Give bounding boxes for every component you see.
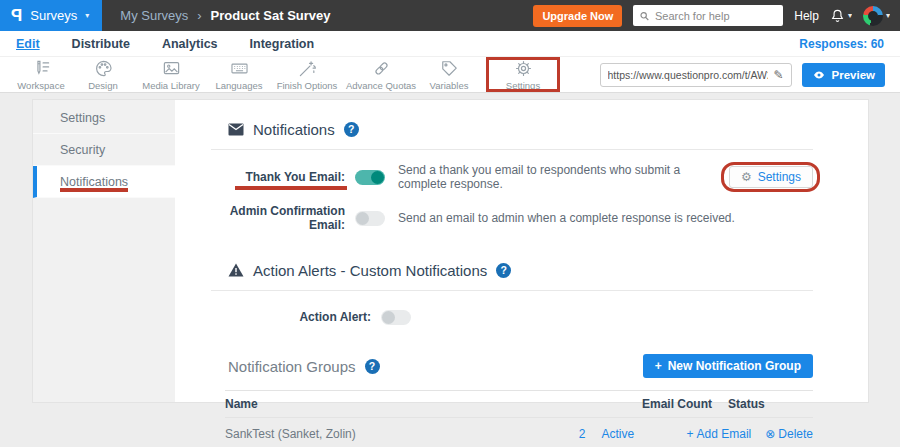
table-row: SankTest (Sanket, Zolin) 2 Active +Add E… [225, 418, 813, 447]
admin-confirmation-toggle[interactable] [355, 211, 385, 226]
edit-url-pencil-icon[interactable]: ✎ [773, 68, 783, 82]
thank-you-email-toggle[interactable] [355, 170, 385, 185]
eye-icon [812, 69, 826, 81]
admin-confirmation-row: Admin Confirmation Email: Send an email … [211, 204, 813, 232]
settings-sidebar: Settings Security Notifications [33, 100, 175, 402]
tab-distribute[interactable]: Distribute [72, 37, 130, 51]
workspace-icon [32, 59, 51, 78]
search-input[interactable] [655, 10, 777, 22]
main-nav: Edit Distribute Analytics Integration Re… [0, 31, 900, 56]
thank-you-settings-wrap: ⚙ Settings [729, 166, 813, 188]
toolbar-right: ✎ Preview [600, 63, 900, 87]
divider [211, 290, 813, 291]
annotation-underline-notifications [60, 188, 128, 192]
preview-button[interactable]: Preview [802, 63, 885, 87]
col-header-name: Name [225, 397, 622, 411]
action-alerts-section-header: Action Alerts - Custom Notifications ? [228, 259, 813, 281]
toolbar-item-media-library[interactable]: Media Library [134, 57, 208, 92]
toolbar-item-variables[interactable]: Variables [418, 57, 480, 92]
email-count-link[interactable]: 2 [496, 427, 586, 441]
topbar-right: Upgrade Now Help ▾ ▾ [533, 5, 900, 27]
annotation-underline-thank-you [235, 186, 347, 190]
tab-edit[interactable]: Edit [16, 37, 40, 51]
section-title: Action Alerts - Custom Notifications [253, 262, 487, 279]
status-link[interactable]: Active [602, 427, 687, 441]
help-link[interactable]: Help [794, 9, 819, 23]
table-header-row: Name Email Count Status [225, 390, 813, 418]
edit-toolbar: Workspace Design Media Library Languages… [0, 56, 900, 93]
action-alert-toggle[interactable] [381, 310, 411, 325]
toolbar-item-settings[interactable]: Settings [492, 57, 554, 92]
upgrade-now-button[interactable]: Upgrade Now [533, 5, 622, 27]
breadcrumb: My Surveys › Product Sat Survey [120, 8, 330, 23]
thank-you-settings-button[interactable]: ⚙ Settings [729, 166, 813, 188]
notifications-bell-button[interactable]: ▾ [830, 8, 852, 24]
plus-icon: + [687, 427, 694, 441]
avatar [863, 6, 883, 26]
survey-url-box: ✎ [600, 63, 792, 87]
variables-icon [440, 59, 459, 78]
search-icon [639, 10, 650, 22]
breadcrumb-separator-icon: › [197, 8, 201, 23]
notifications-section-header: Notifications ? [228, 118, 813, 140]
col-header-email-count: Email Count [622, 397, 712, 411]
toolbar-item-design[interactable]: Design [72, 57, 134, 92]
advance-quotas-icon [372, 59, 391, 78]
thank-you-email-row: Thank You Email: Send a thank you email … [211, 163, 813, 191]
delete-circle-icon: ⊗ [765, 427, 775, 441]
settings-card: Settings Security Notifications Notifica… [33, 100, 868, 402]
action-alert-row: Action Alert: [211, 306, 813, 328]
toolbar-item-workspace[interactable]: Workspace [10, 57, 72, 92]
toolbar-item-advance-quotas[interactable]: Advance Quotas [344, 57, 418, 92]
section-title: Notifications [253, 121, 335, 138]
add-email-link[interactable]: +Add Email [687, 427, 752, 441]
languages-icon [230, 59, 249, 78]
account-menu-button[interactable]: ▾ [863, 6, 890, 26]
media-library-icon [162, 59, 181, 78]
help-icon[interactable]: ? [496, 263, 511, 278]
questionpro-logo: P [11, 6, 22, 26]
envelope-icon [228, 123, 244, 136]
settings-icon [514, 59, 533, 78]
sidebar-item-settings[interactable]: Settings [33, 102, 175, 134]
row-actions: +Add Email ⊗Delete [687, 427, 813, 441]
settings-content: Notifications ? Thank You Email: Send a … [175, 100, 868, 402]
thank-you-email-label: Thank You Email: [211, 170, 345, 184]
delete-link[interactable]: ⊗Delete [765, 427, 813, 441]
divider [211, 149, 813, 150]
group-name: SankTest (Sanket, Zolin) [225, 427, 496, 441]
chevron-down-icon: ▾ [886, 11, 890, 20]
chevron-down-icon: ▾ [848, 11, 852, 20]
notification-groups-table: Name Email Count Status SankTest (Sanket… [225, 390, 813, 447]
thank-you-email-description: Send a thank you email to respondents wh… [398, 163, 729, 191]
toolbar-item-finish-options[interactable]: Finish Options [270, 57, 344, 92]
sidebar-item-security[interactable]: Security [33, 134, 175, 166]
product-label: Surveys [30, 8, 77, 23]
chevron-down-icon: ▾ [85, 11, 89, 20]
finish-options-icon [298, 59, 317, 78]
responses-count-link[interactable]: Responses: 60 [799, 37, 884, 51]
col-header-status: Status [728, 397, 813, 411]
warning-icon [228, 263, 244, 277]
admin-confirmation-description: Send an email to admin when a complete r… [398, 211, 735, 225]
gear-icon: ⚙ [741, 170, 752, 184]
toolbar-item-languages[interactable]: Languages [208, 57, 270, 92]
plus-icon: + [655, 359, 662, 373]
tab-integration[interactable]: Integration [250, 37, 315, 51]
new-notification-group-button[interactable]: + New Notification Group [643, 354, 813, 378]
sidebar-item-notifications[interactable]: Notifications [33, 166, 175, 198]
surveys-product-switcher[interactable]: P Surveys ▾ [0, 0, 102, 31]
top-bar: P Surveys ▾ My Surveys › Product Sat Sur… [0, 0, 900, 31]
admin-confirmation-label: Admin Confirmation Email: [211, 204, 345, 232]
breadcrumb-current: Product Sat Survey [211, 8, 331, 23]
survey-url-input[interactable] [608, 69, 769, 81]
notification-groups-title: Notification Groups ? [228, 358, 380, 375]
bell-icon [830, 8, 845, 24]
help-icon[interactable]: ? [344, 122, 359, 137]
help-icon[interactable]: ? [365, 359, 380, 374]
help-search-box [633, 5, 783, 26]
notification-groups-header: Notification Groups ? + New Notification… [211, 354, 813, 378]
action-alert-label: Action Alert: [211, 310, 371, 324]
breadcrumb-parent[interactable]: My Surveys [120, 8, 188, 23]
tab-analytics[interactable]: Analytics [162, 37, 218, 51]
